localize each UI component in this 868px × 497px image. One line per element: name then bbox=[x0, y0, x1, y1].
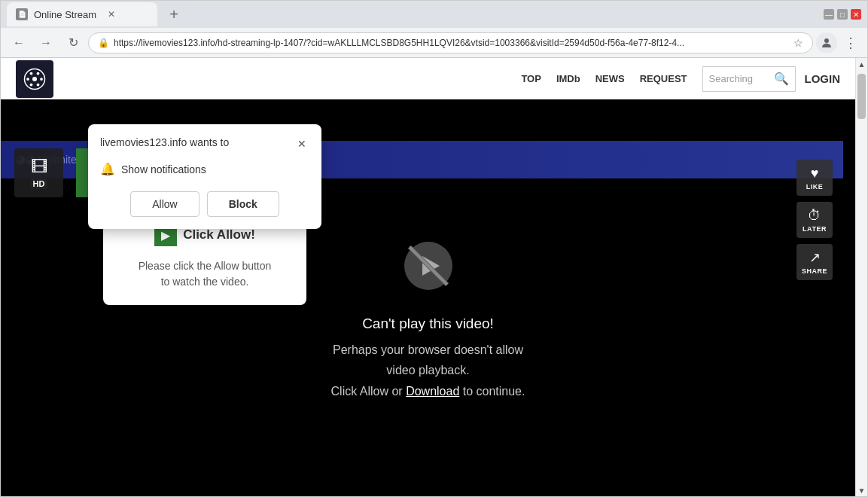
svg-point-7 bbox=[37, 72, 40, 75]
like-label: LIKE bbox=[806, 183, 824, 191]
window-controls: — □ ✕ bbox=[824, 9, 861, 20]
share-label: SHARE bbox=[802, 267, 827, 275]
close-button[interactable]: ✕ bbox=[851, 9, 861, 20]
tab-close-button[interactable]: ✕ bbox=[105, 8, 117, 20]
scroll-track[interactable] bbox=[856, 70, 867, 484]
url-text: https://livemovies123.info/hd-streaming-… bbox=[114, 38, 789, 48]
refresh-button[interactable]: ↻ bbox=[61, 31, 85, 55]
notification-header: livemovies123.info wants to ✕ bbox=[100, 136, 309, 151]
heart-icon: ♥ bbox=[811, 166, 819, 181]
search-input[interactable] bbox=[709, 73, 769, 84]
svg-point-5 bbox=[30, 72, 33, 75]
tab-title: Online Stream bbox=[34, 9, 96, 20]
search-box[interactable]: 🔍 bbox=[702, 66, 796, 92]
url-bar[interactable]: 🔒 https://livemovies123.info/hd-streamin… bbox=[88, 32, 813, 53]
reel-icon: 🎞 bbox=[31, 157, 47, 177]
like-button[interactable]: ♥ LIKE bbox=[796, 160, 833, 196]
browser-window: 📄 Online Stream ✕ + — □ ✕ ← → ↻ 🔒 https:… bbox=[0, 0, 868, 497]
video-error: Can't play this video! Perhaps your brow… bbox=[331, 239, 525, 401]
green-strip bbox=[76, 148, 88, 197]
notification-row: 🔔 Show notifications bbox=[100, 162, 309, 176]
download-link[interactable]: Download bbox=[406, 385, 459, 398]
hd-badge: 🎞 HD bbox=[14, 148, 63, 197]
minimize-button[interactable]: — bbox=[824, 9, 834, 20]
scrollbar: ▲ ▼ bbox=[855, 58, 867, 496]
site-logo bbox=[16, 60, 61, 98]
notification-popup: livemovies123.info wants to ✕ 🔔 Show not… bbox=[88, 124, 321, 229]
svg-point-4 bbox=[40, 78, 43, 81]
scroll-down-button[interactable]: ▼ bbox=[856, 484, 867, 496]
notification-title: livemovies123.info wants to bbox=[100, 136, 229, 148]
click-allow-title: Click Allow! bbox=[183, 227, 255, 242]
title-bar: 📄 Online Stream ✕ + — □ ✕ bbox=[1, 1, 867, 28]
back-button[interactable]: ← bbox=[7, 31, 31, 55]
hd-text: HD bbox=[30, 178, 48, 189]
show-notifications-label: Show notifications bbox=[121, 163, 206, 175]
nav-request[interactable]: REQUEST bbox=[640, 73, 687, 84]
profile-button[interactable] bbox=[816, 32, 837, 53]
login-button[interactable]: LOGIN bbox=[805, 72, 841, 85]
svg-point-2 bbox=[32, 77, 37, 81]
browser-tab[interactable]: 📄 Online Stream ✕ bbox=[7, 2, 157, 26]
share-button[interactable]: ↗ SHARE bbox=[796, 244, 833, 280]
notification-buttons: Allow Block bbox=[100, 191, 309, 217]
scroll-up-button[interactable]: ▲ bbox=[856, 58, 867, 70]
video-error-line5: to continue. bbox=[463, 385, 525, 398]
click-allow-body: Please click the Allow buttonto watch th… bbox=[118, 258, 291, 290]
check-icon: ▶ bbox=[161, 228, 170, 242]
notification-close-button[interactable]: ✕ bbox=[294, 136, 309, 151]
new-tab-button[interactable]: + bbox=[163, 4, 184, 25]
video-error-lines: Perhaps your browser doesn't allow video… bbox=[331, 340, 525, 401]
video-error-line1: Can't play this video! bbox=[331, 316, 525, 332]
later-label: LATER bbox=[803, 225, 827, 233]
address-bar: ← → ↻ 🔒 https://livemovies123.info/hd-st… bbox=[1, 28, 867, 58]
nav-imdb[interactable]: IMDb bbox=[556, 73, 580, 84]
search-icon[interactable]: 🔍 bbox=[774, 72, 789, 86]
video-error-line2: Perhaps your browser doesn't allow bbox=[333, 343, 523, 356]
svg-point-8 bbox=[37, 83, 40, 86]
video-error-icon bbox=[331, 239, 525, 303]
scroll-thumb[interactable] bbox=[857, 74, 866, 119]
bell-icon: 🔔 bbox=[100, 162, 115, 176]
site-header: TOP IMDb NEWS REQUEST 🔍 LOGIN bbox=[1, 58, 855, 99]
hd-box: 🎞 HD bbox=[14, 148, 63, 197]
lock-icon: 🔒 bbox=[98, 38, 109, 48]
svg-point-0 bbox=[824, 38, 829, 43]
site-navigation: TOP IMDb NEWS REQUEST bbox=[521, 73, 687, 84]
block-button[interactable]: Block bbox=[207, 191, 279, 217]
forward-button[interactable]: → bbox=[34, 31, 58, 55]
side-panel: ♥ LIKE ⏱ LATER ↗ SHARE bbox=[796, 160, 833, 280]
nav-news[interactable]: NEWS bbox=[595, 73, 625, 84]
video-error-line3: video playback. bbox=[386, 364, 469, 377]
clock-icon: ⏱ bbox=[808, 208, 821, 224]
bookmark-icon[interactable]: ☆ bbox=[793, 37, 803, 49]
logo-icon bbox=[16, 60, 53, 98]
share-icon: ↗ bbox=[809, 249, 821, 266]
later-button[interactable]: ⏱ LATER bbox=[796, 202, 833, 238]
video-error-line4: Click Allow or bbox=[331, 385, 403, 398]
maximize-button[interactable]: □ bbox=[837, 9, 848, 20]
svg-point-6 bbox=[30, 83, 33, 86]
nav-top[interactable]: TOP bbox=[521, 73, 541, 84]
browser-menu-button[interactable]: ⋮ bbox=[840, 32, 861, 53]
svg-point-3 bbox=[26, 78, 29, 81]
tab-favicon: 📄 bbox=[16, 8, 28, 20]
page-content: TOP IMDb NEWS REQUEST 🔍 LOGIN 🎞 HD bbox=[1, 58, 867, 496]
allow-button[interactable]: Allow bbox=[130, 191, 199, 217]
